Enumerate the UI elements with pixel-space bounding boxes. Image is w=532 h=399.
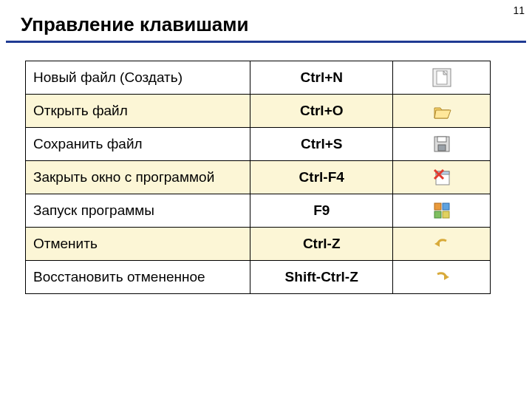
- table-row: Закрыть окно с программой Ctrl-F4: [26, 161, 491, 194]
- svg-rect-14: [434, 211, 441, 218]
- undo-icon: [432, 233, 452, 254]
- action-cell: Восстановить отмененное: [26, 261, 250, 294]
- icon-cell: [393, 128, 491, 161]
- shortcut-cell: F9: [250, 194, 393, 228]
- page-title: Управление клавишами: [0, 0, 532, 41]
- icon-cell: [393, 95, 491, 128]
- table-row: Сохранить файл Ctrl+S: [26, 128, 491, 161]
- shortcut-cell: Ctrl+N: [250, 61, 393, 95]
- icon-cell: [393, 194, 491, 228]
- table-row: Открыть файл Ctrl+O: [26, 95, 491, 128]
- svg-marker-4: [434, 110, 451, 118]
- run-icon: [432, 200, 452, 221]
- svg-rect-12: [434, 203, 441, 210]
- shortcut-cell: Shift-Ctrl-Z: [250, 261, 393, 294]
- action-cell: Запуск программы: [26, 194, 250, 228]
- action-cell: Отменить: [26, 228, 250, 261]
- redo-icon: [432, 267, 452, 287]
- action-cell: Открыть файл: [26, 95, 250, 128]
- shortcut-cell: Ctrl+O: [250, 95, 393, 128]
- close-window-icon: [432, 167, 452, 188]
- action-cell: Закрыть окно с программой: [26, 161, 250, 194]
- table-row: Запуск программы F9: [26, 194, 491, 228]
- new-file-icon: [432, 67, 452, 88]
- shortcut-cell: Ctrl-Z: [250, 228, 393, 261]
- table-row: Восстановить отмененное Shift-Ctrl-Z: [26, 261, 491, 294]
- title-underline: [6, 41, 526, 43]
- svg-rect-13: [443, 203, 449, 210]
- open-file-icon: [432, 100, 452, 121]
- shortcut-cell: Ctrl-F4: [250, 161, 393, 194]
- shortcut-table: Новый файл (Создать) Ctrl+N Открыть файл…: [25, 61, 491, 294]
- svg-rect-6: [437, 137, 446, 142]
- icon-cell: [393, 228, 491, 261]
- table-row: Новый файл (Создать) Ctrl+N: [26, 61, 491, 95]
- svg-rect-7: [438, 145, 446, 151]
- action-cell: Новый файл (Создать): [26, 61, 250, 95]
- action-cell: Сохранить файл: [26, 128, 250, 161]
- svg-marker-16: [434, 241, 440, 247]
- shortcut-cell: Ctrl+S: [250, 128, 393, 161]
- svg-marker-17: [444, 274, 449, 280]
- icon-cell: [393, 61, 491, 95]
- save-icon: [432, 134, 452, 154]
- icon-cell: [393, 161, 491, 194]
- table-row: Отменить Ctrl-Z: [26, 228, 491, 261]
- page-number: 11: [513, 4, 525, 16]
- icon-cell: [393, 261, 491, 294]
- svg-rect-15: [443, 211, 449, 218]
